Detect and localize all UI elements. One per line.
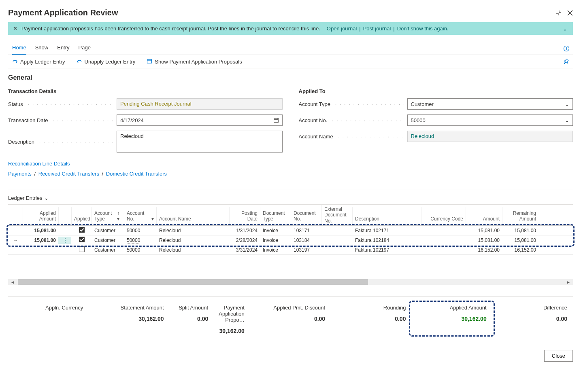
col-amount[interactable]: Amount (466, 207, 502, 224)
table-row[interactable]: Customer50000Relecloud3/31/2024Invoice10… (8, 245, 573, 255)
cell-remaining: 15,081.00 (502, 227, 538, 234)
col-applied[interactable]: Applied (71, 207, 92, 224)
col-description[interactable]: Description (352, 207, 421, 224)
scroll-right-icon[interactable]: ► (566, 279, 571, 285)
account-type-dropdown[interactable]: Customer ⌄ (407, 98, 573, 110)
breadcrumb-received-credit[interactable]: Received Credit Transfers (38, 171, 99, 177)
rounding-value: 0.00 (336, 316, 406, 322)
cell-applied-checkbox[interactable] (71, 246, 92, 254)
close-icon[interactable] (567, 10, 573, 16)
totals-bar: Appln. Currency Statement Amount 30,162.… (8, 296, 573, 334)
tab-home[interactable]: Home (12, 42, 26, 55)
action-show-proposals[interactable]: Show Payment Application Proposals (147, 59, 242, 65)
description-input[interactable]: Relecloud (117, 131, 283, 153)
cell-account-type: Customer (92, 237, 124, 244)
appln-currency-label: Appln. Currency (14, 305, 83, 311)
proposal-value: 30,162.00 (211, 328, 245, 334)
cell-ext-doc-no (321, 249, 352, 251)
pin-icon[interactable] (562, 58, 569, 65)
sep: | (393, 25, 394, 32)
calendar-icon[interactable] (273, 117, 279, 123)
col-posting-date[interactable]: Posting Date (229, 207, 260, 224)
footer: Close (8, 344, 573, 362)
close-button[interactable]: Close (544, 350, 573, 362)
cell-currency (421, 239, 466, 241)
tab-entry[interactable]: Entry (57, 42, 69, 55)
unapply-icon (77, 59, 82, 64)
cell-account-no[interactable]: 50000 (124, 237, 156, 244)
cell-account-no[interactable]: 50000 (124, 227, 156, 234)
col-doc-type[interactable]: Document Type (260, 207, 291, 224)
cell-posting-date: 1/31/2024 (229, 227, 260, 234)
reconciliation-line-details-link[interactable]: Reconciliation Line Details (8, 161, 573, 167)
cell-doc-no: 103197 (291, 246, 321, 254)
account-no-dropdown[interactable]: 50000 ⌄ (407, 114, 573, 126)
svg-rect-3 (147, 59, 152, 63)
proposals-icon (147, 59, 152, 64)
notification-bar: ✕ Payment application proposals has been… (8, 22, 573, 35)
svg-rect-2 (566, 48, 566, 50)
applied-amount-label: Applied Amount (417, 305, 486, 311)
info-icon[interactable] (563, 45, 570, 52)
cell-doc-type: Invoice (260, 246, 291, 254)
col-account-type[interactable]: Account Type↑ ▾ (92, 207, 124, 224)
svg-point-1 (566, 47, 567, 48)
difference-label: Difference (498, 305, 567, 311)
col-doc-no[interactable]: Document No. (291, 207, 321, 224)
notification-link-dont-show[interactable]: Don't show this again. (397, 25, 449, 32)
cell-posting-date: 3/31/2024 (229, 246, 260, 254)
svg-rect-5 (274, 119, 278, 123)
scrollbar-thumb[interactable] (18, 279, 368, 285)
cell-applied-amount: 15,081.00 (23, 227, 58, 234)
transaction-date-input[interactable]: 4/17/2024 (117, 114, 283, 126)
rounding-label: Rounding (336, 305, 406, 311)
split-amount-label: Split Amount (175, 305, 209, 311)
collapse-icon[interactable] (556, 10, 562, 16)
section-general: General (8, 74, 573, 84)
chevron-down-icon: ⌄ (44, 195, 49, 201)
horizontal-scrollbar[interactable]: ◄ ► (8, 279, 573, 285)
cell-description: Faktura 102171 (352, 227, 421, 234)
cell-account-no[interactable]: 50000 (124, 246, 156, 254)
scroll-left-icon[interactable]: ◄ (10, 279, 15, 285)
table-row[interactable]: 15,081.00Customer50000Relecloud1/31/2024… (8, 226, 573, 235)
row-menu-icon[interactable]: ⋮ (58, 237, 71, 244)
page-header: Payment Application Review (8, 8, 573, 17)
transaction-details: Transaction Details Status Pending Cash … (8, 88, 283, 157)
cell-ext-doc-no (321, 230, 352, 231)
col-ext-doc-no[interactable]: External Document No. (321, 205, 352, 225)
action-unapply-label: Unapply Ledger Entry (85, 59, 136, 65)
applied-to: Applied To Account Type Customer ⌄ Accou… (299, 88, 573, 157)
ledger-entries-label: Ledger Entries (8, 195, 43, 201)
col-account-no[interactable]: Account No.▾ (124, 207, 156, 224)
col-remaining[interactable]: Remaining Amount (502, 207, 538, 224)
breadcrumb-domestic-credit[interactable]: Domestic Credit Transfers (106, 171, 167, 177)
table-row[interactable]: →15,081.00⋮Customer50000Relecloud2/28/20… (8, 235, 573, 245)
chevron-down-icon: ⌄ (565, 117, 569, 123)
breadcrumb-payments[interactable]: Payments (8, 171, 32, 177)
ledger-entries-header[interactable]: Ledger Entries ⌄ (8, 189, 573, 201)
breadcrumb: Payments / Received Credit Transfers / D… (8, 171, 573, 177)
col-applied-amount[interactable]: Applied Amount (23, 207, 58, 224)
col-currency[interactable]: Currency Code (421, 207, 466, 224)
notification-dismiss-icon[interactable]: ✕ (13, 25, 17, 32)
tab-show[interactable]: Show (35, 42, 49, 55)
notification-expand-icon[interactable]: ⌄ (563, 25, 567, 32)
cell-account-type: Customer (92, 227, 124, 234)
cell-applied-amount (23, 249, 58, 251)
applied-to-heading: Applied To (299, 88, 573, 94)
notification-link-post-journal[interactable]: Post journal (363, 25, 391, 32)
action-unapply-ledger[interactable]: Unapply Ledger Entry (77, 59, 136, 65)
transaction-date-value: 4/17/2024 (120, 117, 144, 123)
col-account-name[interactable]: Account Name (156, 207, 229, 224)
action-apply-ledger[interactable]: Apply Ledger Entry (12, 59, 65, 65)
applied-amount-value: 30,162.00 (417, 316, 486, 322)
cell-applied-checkbox[interactable] (71, 226, 92, 235)
statement-amount-label: Statement Amount (94, 305, 164, 311)
tab-page[interactable]: Page (79, 42, 91, 55)
account-type-label: Account Type (299, 101, 404, 107)
cell-applied-checkbox[interactable] (71, 236, 92, 244)
account-name-value: Relecloud (407, 131, 573, 142)
notification-link-open-journal[interactable]: Open journal (327, 25, 357, 32)
page-title: Payment Application Review (8, 8, 118, 17)
